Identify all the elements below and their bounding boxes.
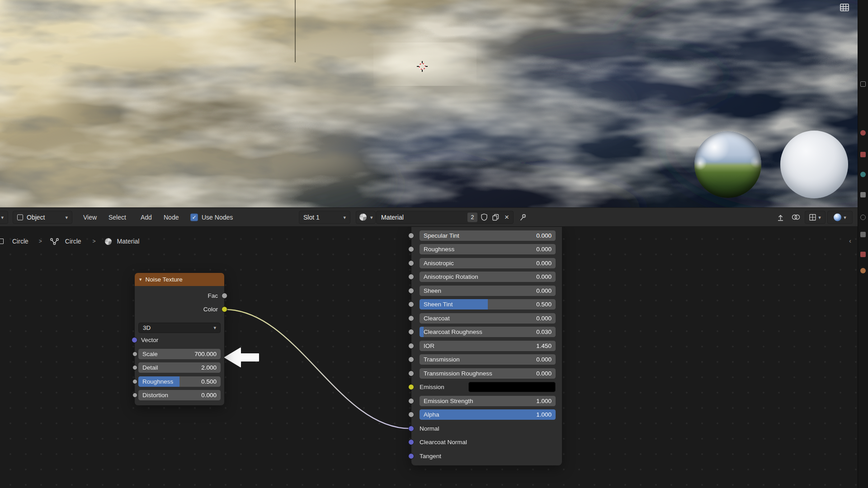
socket-emission-strength[interactable] <box>408 398 414 404</box>
editor-type-dropdown[interactable] <box>0 211 8 224</box>
field-clearcoat[interactable]: Clearcoat 0.000 <box>420 313 556 324</box>
slider-fill <box>420 409 556 420</box>
socket-vector-input[interactable] <box>132 337 137 343</box>
overlap-circles-icon[interactable] <box>789 211 802 224</box>
field-anisotropic-rotation[interactable]: Anisotropic Rotation 0.000 <box>420 272 556 282</box>
socket-distortion-input[interactable] <box>132 393 137 398</box>
noise-node-title: Noise Texture <box>146 276 183 283</box>
shader-type-dropdown[interactable]: Object <box>13 211 72 224</box>
socket-tangent[interactable] <box>408 453 414 459</box>
frame-arrow-icon[interactable] <box>774 211 787 224</box>
noise-node-body: Fac Color 3D Vector <box>135 286 224 405</box>
field-detail[interactable]: Detail 2.000 <box>138 362 221 373</box>
socket-specular-tint[interactable] <box>408 233 414 239</box>
principled-row: Transmission 0.000 <box>411 353 562 367</box>
menu-select[interactable]: Select <box>108 214 126 221</box>
properties-tab-data-icon[interactable] <box>860 252 866 257</box>
socket-transmission-roughness[interactable] <box>408 371 414 376</box>
principled-row: Clearcoat 0.000 <box>411 311 562 325</box>
grid-icon[interactable] <box>840 4 849 11</box>
field-transmission-roughness[interactable]: Transmission Roughness 0.000 <box>420 368 556 379</box>
field-anisotropic[interactable]: Anisotropic 0.000 <box>420 258 556 268</box>
properties-tab-output-icon[interactable] <box>860 152 866 157</box>
field-ior[interactable]: IOR 1.450 <box>420 341 556 351</box>
properties-tab-view-layer-icon[interactable] <box>860 172 866 177</box>
field-sheen[interactable]: Sheen 0.000 <box>420 286 556 296</box>
material-name[interactable]: Material <box>381 214 465 221</box>
socket-ior[interactable] <box>408 343 414 349</box>
dimensions-dropdown[interactable]: 3D <box>138 323 221 333</box>
breadcrumb: Circle > Circle > Material <box>0 236 139 246</box>
socket-sheen-tint[interactable] <box>408 301 414 307</box>
emission-color-swatch[interactable] <box>468 382 556 392</box>
socket-color-output[interactable] <box>222 306 227 312</box>
snap-grid-dropdown[interactable] <box>805 211 826 224</box>
socket-scale-input[interactable] <box>132 352 137 357</box>
material-slot-dropdown[interactable]: Slot 1 <box>299 211 350 224</box>
socket-anisotropic[interactable] <box>408 260 414 266</box>
socket-detail-input[interactable] <box>132 365 137 370</box>
node-editor-canvas[interactable]: Circle > Circle > Material <box>0 227 858 488</box>
output-row-fac: Fac <box>135 289 224 303</box>
slot-label: Slot 1 <box>303 214 340 221</box>
unlink-x-icon[interactable] <box>502 212 511 222</box>
properties-tab-object-icon[interactable] <box>860 232 866 237</box>
fake-user-shield-icon[interactable] <box>480 212 489 222</box>
pin-icon[interactable] <box>518 212 528 223</box>
socket-sheen[interactable] <box>408 288 414 294</box>
field-transmission[interactable]: Transmission 0.000 <box>420 354 556 365</box>
menu-view[interactable]: View <box>83 214 97 221</box>
principled-row: Sheen 0.000 <box>411 284 562 298</box>
socket-emission[interactable] <box>408 384 414 390</box>
material-name-field[interactable]: Material 2 <box>376 211 514 224</box>
field-noise-roughness[interactable]: Roughness 0.500 <box>138 376 221 387</box>
socket-fac-output[interactable] <box>222 293 227 299</box>
noise-texture-node[interactable]: Noise Texture Fac Color 3D Vector <box>135 273 224 405</box>
chevron-down-icon[interactable] <box>139 277 142 282</box>
duplicate-material-icon[interactable] <box>491 212 500 222</box>
shading-sphere-dropdown[interactable] <box>827 211 853 224</box>
checkbox-checked-icon[interactable] <box>190 213 198 221</box>
properties-tab-material-icon[interactable] <box>860 268 866 273</box>
socket-transmission[interactable] <box>408 357 414 362</box>
socket-clearcoat[interactable] <box>408 315 414 321</box>
socket-clearcoat-roughness[interactable] <box>408 329 414 335</box>
socket-roughness-input[interactable] <box>132 379 137 384</box>
properties-tab-tool-icon[interactable] <box>860 81 866 87</box>
vector-input-label: Vector <box>141 337 158 343</box>
socket-clearcoat-normal[interactable] <box>408 439 414 445</box>
properties-tab-strip <box>858 0 868 488</box>
socket-normal[interactable] <box>408 426 414 432</box>
mesh-data-icon <box>50 238 59 245</box>
socket-roughness[interactable] <box>408 246 414 252</box>
field-roughness[interactable]: Roughness 0.000 <box>420 244 556 254</box>
shading-sphere-icon <box>834 213 841 221</box>
menu-node[interactable]: Node <box>164 214 179 221</box>
properties-tab-render-icon[interactable] <box>860 130 866 136</box>
region-collapse-chevron-icon[interactable]: ‹ <box>849 237 851 244</box>
field-emission-strength[interactable]: Emission Strength 1.000 <box>420 396 556 406</box>
reflective-preview-sphere <box>694 131 761 198</box>
noise-node-header[interactable]: Noise Texture <box>135 273 224 286</box>
properties-tab-world-icon[interactable] <box>860 215 866 220</box>
viewport-3d[interactable] <box>0 0 858 207</box>
field-specular-tint[interactable]: Specular Tint 0.000 <box>420 230 556 241</box>
field-clearcoat-roughness[interactable]: Clearcoat Roughness 0.030 <box>420 327 556 337</box>
socket-alpha[interactable] <box>408 412 414 418</box>
scene-line <box>295 0 296 62</box>
field-scale[interactable]: Scale 700.000 <box>138 349 221 359</box>
tangent-input-label: Tangent <box>420 453 441 460</box>
menu-add[interactable]: Add <box>141 214 152 221</box>
field-sheen-tint[interactable]: Sheen Tint 0.500 <box>420 299 556 310</box>
use-nodes-toggle[interactable]: Use Nodes <box>190 213 233 221</box>
3d-cursor-icon <box>416 61 428 72</box>
breadcrumb-material: Material <box>117 238 140 245</box>
principled-row-input: Normal <box>411 422 562 436</box>
field-alpha[interactable]: Alpha 1.000 <box>420 409 556 420</box>
browse-material-dropdown[interactable] <box>356 211 376 224</box>
field-distortion[interactable]: Distortion 0.000 <box>138 390 221 400</box>
properties-tab-scene-icon[interactable] <box>860 192 866 197</box>
socket-anisotropic-rotation[interactable] <box>408 274 414 280</box>
principled-bsdf-node[interactable]: Specular Tint 0.000 Roughness 0.000 Anis… <box>411 227 562 465</box>
material-users-count[interactable]: 2 <box>467 212 477 222</box>
